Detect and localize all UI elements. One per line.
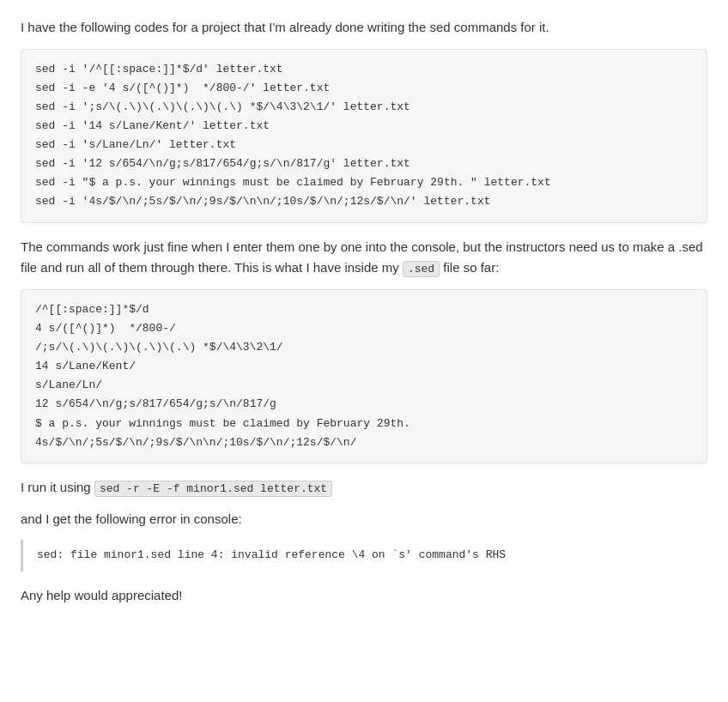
paragraph-2-text-before: I run it using xyxy=(21,480,94,494)
error-block: sed: file minor1.sed line 4: invalid ref… xyxy=(21,540,707,572)
paragraph-2: I run it using sed -r -E -f minor1.sed l… xyxy=(21,477,707,499)
paragraph-1-inline-code: .sed xyxy=(403,261,440,277)
paragraph-2-inline-code: sed -r -E -f minor1.sed letter.txt xyxy=(94,481,332,497)
paragraph-4: Any help would appreciated! xyxy=(21,585,707,607)
intro-paragraph: I have the following codes for a project… xyxy=(21,17,707,39)
paragraph-3: and I get the following error in console… xyxy=(21,509,707,530)
paragraph-1-text-before: The commands work just fine when I enter… xyxy=(21,239,703,275)
page-content: I have the following codes for a project… xyxy=(21,17,707,607)
paragraph-1: The commands work just fine when I enter… xyxy=(21,237,707,280)
paragraph-1-text-after: file so far: xyxy=(440,260,499,275)
code-block-1: sed -i '/^[[:space:]]*$/d' letter.txt se… xyxy=(21,49,707,223)
code-block-2: /^[[:space:]]*$/d 4 s/([^()]*) */800-/ /… xyxy=(21,289,707,463)
